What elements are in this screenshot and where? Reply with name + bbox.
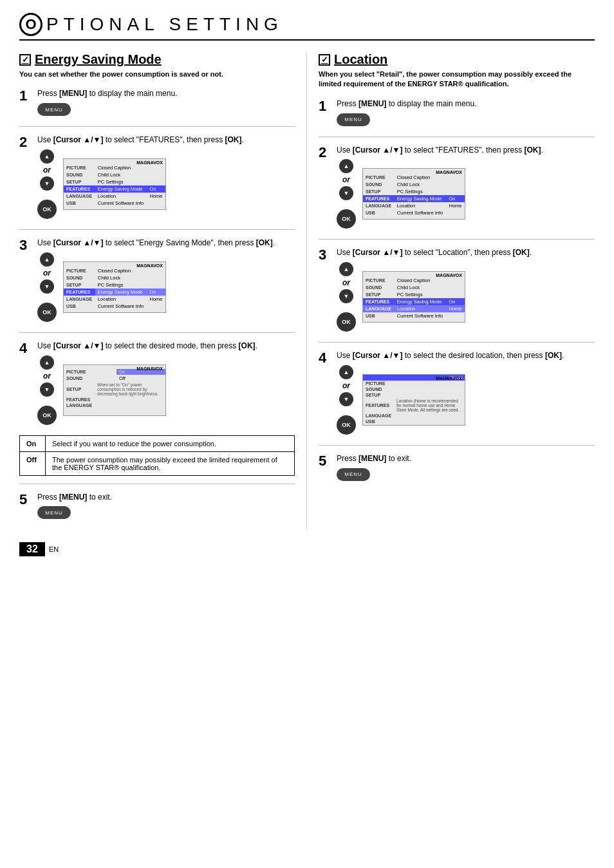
location-section-title: ✓ Location (319, 52, 595, 67)
tv-menu-loc-step3: MAGNAVOX PICTUREClosed Caption SOUNDChil… (362, 271, 465, 323)
brand-label-3: MAGNAVOX (136, 263, 163, 268)
ok-btn-loc-3: OK (337, 312, 356, 332)
page-header: O PTIONAL SETTING (19, 13, 595, 41)
cursor-down-btn: ▼ (40, 176, 54, 191)
energy-section-title: ✓ Energy Saving Mode (19, 52, 295, 67)
step4-text: Use [Cursor ▲/▼] to select the desired m… (37, 341, 295, 352)
ok-btn: OK (37, 200, 57, 219)
location-section-desc: When you select "Retail", the power cons… (319, 70, 595, 90)
energy-step1: 1 Press [MENU] to display the main menu.… (19, 88, 295, 117)
step4-number: 4 (19, 341, 33, 356)
remote-nav-loc-4: ▲ or ▼ OK (337, 365, 356, 435)
ok-btn-4: OK (37, 406, 57, 425)
cursor-up-btn-4: ▲ (40, 355, 54, 370)
loc-step5-number: 5 (319, 453, 333, 469)
off-desc: The power consumption may possibly excee… (46, 451, 295, 475)
tv-menu-loc-step4: MAGNAVOX Retail PICTURE SOUND SETUP FEAT… (362, 374, 465, 426)
step5-visual-energy: MENU (37, 506, 295, 519)
location-step1: 1 Press [MENU] to display the main menu.… (319, 99, 595, 127)
cursor-down-loc-2: ▼ (339, 186, 353, 200)
cursor-down-btn-4: ▼ (40, 382, 54, 397)
loc-step4-number: 4 (319, 350, 333, 366)
on-label: On (20, 435, 46, 451)
energy-step2: 2 Use [Cursor ▲/▼] to select "FEATURES",… (19, 135, 295, 220)
location-step2: 2 Use [Cursor ▲/▼] to select "FEATURES",… (319, 145, 595, 231)
page-footer: 32 EN (19, 542, 595, 556)
ok-btn-loc-2: OK (337, 209, 356, 229)
energy-step4: 4 Use [Cursor ▲/▼] to select the desired… (19, 341, 295, 426)
step5-number-energy: 5 (19, 492, 33, 507)
cursor-up-loc-4: ▲ (339, 365, 353, 379)
brand-loc-4: MAGNAVOX (436, 376, 462, 381)
loc-step4-visual: ▲ or ▼ OK MAGNAVOX Retail PICTURE SOUND (337, 365, 595, 435)
brand-loc-2: MAGNAVOX (436, 170, 462, 175)
location-section: ✓ Location When you select "Retail", the… (307, 52, 595, 529)
on-desc: Select if you want to reduce the power c… (46, 435, 295, 451)
cursor-down-btn-3: ▼ (40, 279, 54, 294)
location-step5: 5 Press [MENU] to exit. MENU (319, 453, 595, 482)
ok-btn-loc-4: OK (337, 415, 356, 435)
energy-section-desc: You can set whether the power consumptio… (19, 70, 295, 79)
tv-menu-step3-energy: MAGNAVOX PICTUREClosed Caption SOUNDChil… (63, 261, 166, 313)
remote-nav-4: ▲ or ▼ OK (37, 355, 57, 425)
loc-step1-number: 1 (319, 99, 333, 114)
loc-step2-number: 2 (319, 145, 333, 160)
loc-step3-text: Use [Cursor ▲/▼] to select "Location", t… (337, 247, 595, 258)
tv-menu-loc-step2: MAGNAVOX PICTUREClosed Caption SOUNDChil… (362, 168, 465, 220)
menu-button-loc1: MENU (337, 113, 370, 126)
remote-nav-up-2: ▲ or ▼ OK (37, 149, 57, 219)
energy-step5: 5 Press [MENU] to exit. MENU (19, 492, 295, 521)
step3-visual: ▲ or ▼ OK MAGNAVOX PICTUREClosed Caption… (37, 252, 295, 322)
loc-step5-visual: MENU (337, 468, 595, 481)
checkbox-icon: ✓ (19, 54, 31, 66)
brand-label: MAGNAVOX (136, 160, 163, 165)
off-label: Off (20, 451, 46, 475)
cursor-down-loc-3: ▼ (339, 289, 353, 303)
energy-saving-section: ✓ Energy Saving Mode You can set whether… (19, 52, 307, 529)
loc-step2-text: Use [Cursor ▲/▼] to select "FEATURES", t… (337, 145, 595, 156)
location-step3: 3 Use [Cursor ▲/▼] to select "Location",… (319, 247, 595, 333)
tv-menu-step4-energy: MAGNAVOX PICTUREOn SOUNDOff SETUPWhen se… (63, 364, 166, 416)
remote-nav-loc-3: ▲ or ▼ OK (337, 262, 356, 332)
step2-number: 2 (19, 135, 33, 150)
cursor-up-btn-3: ▲ (40, 252, 54, 267)
step2-visual: ▲ or ▼ OK MAGNAVOX PICTUREClosed Caption… (37, 149, 295, 219)
cursor-down-loc-4: ▼ (339, 392, 353, 406)
step1-visual: MENU (37, 103, 295, 116)
page-lang: EN (49, 545, 59, 553)
brand-label-4: MAGNAVOX (136, 366, 163, 371)
menu-button-exit-loc: MENU (337, 468, 370, 481)
loc-step5-text: Press [MENU] to exit. (337, 453, 595, 464)
loc-step3-visual: ▲ or ▼ OK MAGNAVOX PICTUREClosed Caption… (337, 262, 595, 332)
cursor-up-loc-2: ▲ (339, 159, 353, 173)
location-step4: 4 Use [Cursor ▲/▼] to select the desired… (319, 350, 595, 436)
remote-nav-up-3: ▲ or ▼ OK (37, 252, 57, 322)
cursor-up-btn: ▲ (40, 149, 54, 164)
header-letter: O (19, 13, 42, 36)
remote-nav-loc-2: ▲ or ▼ OK (337, 159, 356, 229)
checkbox-icon-loc: ✓ (319, 54, 330, 66)
page-number: 32 (19, 542, 45, 556)
loc-step4-text: Use [Cursor ▲/▼] to select the desired l… (337, 350, 595, 361)
step5-text-energy: Press [MENU] to exit. (37, 492, 295, 503)
step1-text: Press [MENU] to display the main menu. (37, 88, 295, 99)
step2-text: Use [Cursor ▲/▼] to select "FEATURES", t… (37, 135, 295, 146)
tv-menu-step2-energy: MAGNAVOX PICTUREClosed Caption SOUNDChil… (63, 158, 166, 210)
loc-step1-visual: MENU (337, 113, 595, 126)
loc-step2-visual: ▲ or ▼ OK MAGNAVOX PICTUREClosed Caption… (337, 159, 595, 229)
step3-text: Use [Cursor ▲/▼] to select "Energy Savin… (37, 238, 295, 249)
ok-btn-3: OK (37, 303, 57, 322)
loc-step3-number: 3 (319, 247, 333, 263)
menu-button-exit-energy: MENU (37, 506, 71, 519)
step1-number: 1 (19, 88, 33, 104)
cursor-up-loc-3: ▲ (339, 262, 353, 276)
energy-step3: 3 Use [Cursor ▲/▼] to select "Energy Sav… (19, 238, 295, 323)
step3-number: 3 (19, 238, 33, 253)
loc-step1-text: Press [MENU] to display the main menu. (337, 99, 595, 109)
step4-visual: ▲ or ▼ OK MAGNAVOX PICTUREOn SOUNDOff (37, 355, 295, 425)
mode-options-table: On Select if you want to reduce the powe… (19, 435, 295, 476)
header-title: PTIONAL SETTING (46, 14, 283, 35)
brand-loc-3: MAGNAVOX (436, 273, 462, 278)
menu-button-img: MENU (37, 103, 71, 116)
